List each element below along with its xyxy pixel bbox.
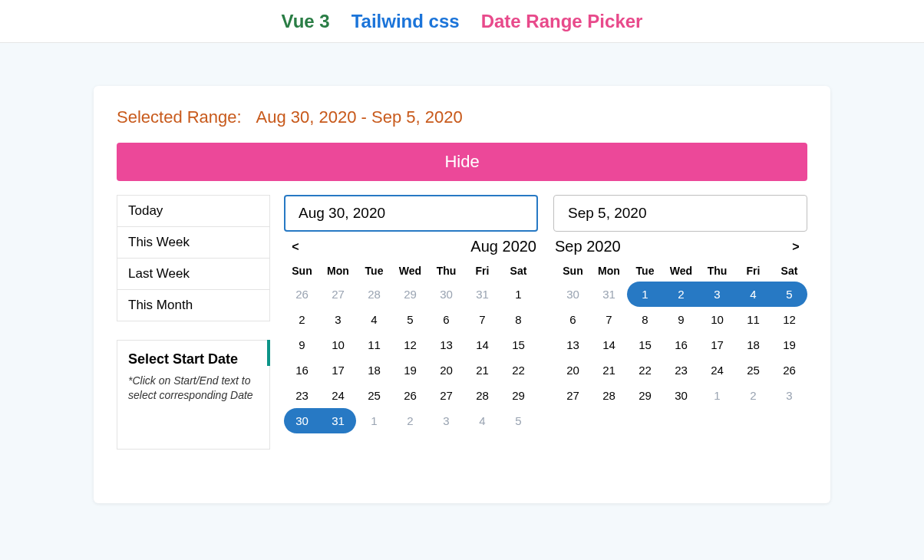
- day-cell[interactable]: 5: [771, 282, 807, 307]
- day-cell[interactable]: 25: [735, 357, 771, 383]
- day-cell[interactable]: 11: [735, 307, 771, 332]
- day-cell[interactable]: 15: [627, 332, 663, 357]
- dow-label: Sat: [500, 260, 536, 282]
- day-cell[interactable]: 1: [356, 408, 392, 433]
- day-cell[interactable]: 28: [464, 383, 500, 408]
- day-cell[interactable]: 30: [555, 282, 591, 307]
- day-cell[interactable]: 16: [663, 332, 699, 357]
- day-cell[interactable]: 27: [320, 282, 356, 307]
- day-cell[interactable]: 17: [699, 332, 735, 357]
- selected-range-value: Aug 30, 2020 - Sep 5, 2020: [256, 107, 463, 127]
- day-cell[interactable]: 2: [284, 307, 320, 332]
- day-cell[interactable]: 4: [735, 282, 771, 307]
- day-cell[interactable]: 10: [320, 332, 356, 357]
- day-cell[interactable]: 11: [356, 332, 392, 357]
- preset-this-month[interactable]: This Month: [117, 290, 269, 321]
- day-cell[interactable]: 22: [500, 357, 536, 383]
- next-month-button[interactable]: >: [784, 240, 807, 254]
- day-cell[interactable]: 27: [428, 383, 464, 408]
- day-cell[interactable]: 30: [663, 383, 699, 408]
- day-cell[interactable]: 8: [627, 307, 663, 332]
- day-cell[interactable]: 2: [663, 282, 699, 307]
- day-cell[interactable]: 4: [464, 408, 500, 433]
- day-cell[interactable]: 17: [320, 357, 356, 383]
- day-cell[interactable]: 1: [500, 282, 536, 307]
- day-cell[interactable]: 3: [771, 383, 807, 408]
- day-cell[interactable]: 13: [428, 332, 464, 357]
- prev-month-button[interactable]: <: [284, 240, 307, 254]
- day-cell[interactable]: 13: [555, 332, 591, 357]
- dow-label: Sun: [284, 260, 320, 282]
- day-cell[interactable]: 31: [591, 282, 627, 307]
- day-cell[interactable]: 27: [555, 383, 591, 408]
- day-cell[interactable]: 2: [392, 408, 428, 433]
- hide-button[interactable]: Hide: [117, 143, 807, 181]
- day-cell[interactable]: 25: [356, 383, 392, 408]
- day-cell[interactable]: 21: [591, 357, 627, 383]
- day-cell[interactable]: 19: [771, 332, 807, 357]
- preset-today[interactable]: Today: [117, 196, 269, 227]
- help-title: Select Start Date: [128, 351, 259, 367]
- day-cell[interactable]: 28: [591, 383, 627, 408]
- day-cell[interactable]: 20: [428, 357, 464, 383]
- day-cell[interactable]: 31: [320, 408, 356, 433]
- preset-this-week[interactable]: This Week: [117, 227, 269, 259]
- day-cell[interactable]: 5: [500, 408, 536, 433]
- day-cell[interactable]: 5: [392, 307, 428, 332]
- month-label-right: Sep 2020: [555, 238, 621, 255]
- day-cell[interactable]: 29: [500, 383, 536, 408]
- day-cell[interactable]: 29: [627, 383, 663, 408]
- day-cell[interactable]: 18: [735, 332, 771, 357]
- day-cell[interactable]: 22: [627, 357, 663, 383]
- topbar: Vue 3 Tailwind css Date Range Picker: [0, 0, 924, 43]
- picker-card: Selected Range: Aug 30, 2020 - Sep 5, 20…: [94, 86, 830, 503]
- day-cell[interactable]: 9: [663, 307, 699, 332]
- day-cell[interactable]: 30: [428, 282, 464, 307]
- day-cell[interactable]: 30: [284, 408, 320, 433]
- day-cell[interactable]: 31: [464, 282, 500, 307]
- start-date-input[interactable]: Aug 30, 2020: [284, 195, 538, 232]
- day-cell[interactable]: 8: [500, 307, 536, 332]
- day-cell[interactable]: 26: [284, 282, 320, 307]
- day-cell[interactable]: 20: [555, 357, 591, 383]
- day-cell[interactable]: 2: [735, 383, 771, 408]
- day-cell[interactable]: 28: [356, 282, 392, 307]
- dow-label: Thu: [699, 260, 735, 282]
- day-cell[interactable]: 3: [320, 307, 356, 332]
- day-cell[interactable]: 26: [392, 383, 428, 408]
- presets-list: TodayThis WeekLast WeekThis Month: [117, 195, 270, 321]
- day-cell[interactable]: 26: [771, 357, 807, 383]
- day-cell[interactable]: 1: [699, 383, 735, 408]
- day-cell[interactable]: 21: [464, 357, 500, 383]
- preset-last-week[interactable]: Last Week: [117, 259, 269, 290]
- day-cell[interactable]: 12: [771, 307, 807, 332]
- day-cell[interactable]: 4: [356, 307, 392, 332]
- day-cell[interactable]: 23: [284, 383, 320, 408]
- dow-label: Sun: [555, 260, 591, 282]
- day-cell[interactable]: 23: [663, 357, 699, 383]
- day-cell[interactable]: 6: [555, 307, 591, 332]
- day-cell[interactable]: 24: [699, 357, 735, 383]
- day-cell[interactable]: 12: [392, 332, 428, 357]
- calendar-left: < Aug 2020 SunMonTueWedThuFriSat 2627282…: [284, 238, 536, 433]
- day-cell[interactable]: 7: [591, 307, 627, 332]
- day-cell[interactable]: 19: [392, 357, 428, 383]
- day-cell[interactable]: 1: [627, 282, 663, 307]
- day-cell[interactable]: 14: [591, 332, 627, 357]
- day-cell[interactable]: 24: [320, 383, 356, 408]
- day-cell[interactable]: 6: [428, 307, 464, 332]
- day-cell[interactable]: 7: [464, 307, 500, 332]
- dow-label: Sat: [771, 260, 807, 282]
- day-cell[interactable]: 14: [464, 332, 500, 357]
- dow-label: Fri: [735, 260, 771, 282]
- day-cell[interactable]: 10: [699, 307, 735, 332]
- day-cell[interactable]: 16: [284, 357, 320, 383]
- day-cell[interactable]: 15: [500, 332, 536, 357]
- day-cell[interactable]: 3: [699, 282, 735, 307]
- day-cell[interactable]: 29: [392, 282, 428, 307]
- end-date-input[interactable]: Sep 5, 2020: [553, 195, 807, 232]
- day-cell[interactable]: 3: [428, 408, 464, 433]
- day-cell[interactable]: 18: [356, 357, 392, 383]
- day-cell[interactable]: 9: [284, 332, 320, 357]
- selected-range: Selected Range: Aug 30, 2020 - Sep 5, 20…: [117, 107, 807, 127]
